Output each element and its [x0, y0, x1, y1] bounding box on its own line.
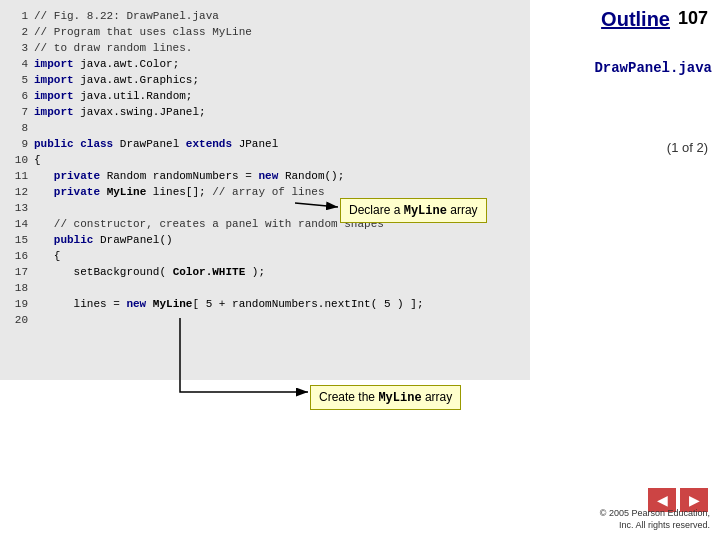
create-label: Create the — [319, 390, 378, 404]
callout-create: Create the MyLine array — [310, 385, 461, 410]
code-line-18: 18 — [10, 280, 520, 296]
declare-label: Declare a — [349, 203, 404, 217]
outline-title: Outline — [601, 8, 670, 31]
code-area: 1 // Fig. 8.22: DrawPanel.java 2 // Prog… — [0, 0, 530, 380]
create-suffix: array — [422, 390, 453, 404]
code-line-1: 1 // Fig. 8.22: DrawPanel.java — [10, 8, 520, 24]
callout-declare: Declare a MyLine array — [340, 198, 487, 223]
code-line-9: 9 public class DrawPanel extends JPanel — [10, 136, 520, 152]
copyright: © 2005 Pearson Education, Inc. All right… — [600, 507, 710, 532]
code-line-4: 4 import java.awt.Color; — [10, 56, 520, 72]
code-line-7: 7 import javax.swing.JPanel; — [10, 104, 520, 120]
code-line-10: 10 { — [10, 152, 520, 168]
code-line-15: 15 public DrawPanel() — [10, 232, 520, 248]
declare-suffix: array — [447, 203, 478, 217]
code-line-5: 5 import java.awt.Graphics; — [10, 72, 520, 88]
slide-container: 1 // Fig. 8.22: DrawPanel.java 2 // Prog… — [0, 0, 720, 540]
code-line-11: 11 private Random randomNumbers = new Ra… — [10, 168, 520, 184]
code-line-2: 2 // Program that uses class MyLine — [10, 24, 520, 40]
code-line-19: 19 lines = new MyLine[ 5 + randomNumbers… — [10, 296, 520, 312]
code-line-20: 20 — [10, 312, 520, 328]
declare-bold: MyLine — [404, 204, 447, 218]
page-number: 107 — [678, 8, 708, 29]
right-panel: 107 Outline DrawPanel.java (1 of 2) — [530, 0, 720, 540]
code-line-6: 6 import java.util.Random; — [10, 88, 520, 104]
code-line-8: 8 — [10, 120, 520, 136]
copyright-line1: © 2005 Pearson Education, — [600, 508, 710, 518]
filename: DrawPanel.java — [594, 60, 712, 76]
create-bold: MyLine — [378, 391, 421, 405]
code-line-16: 16 { — [10, 248, 520, 264]
page-indicator: (1 of 2) — [667, 140, 708, 155]
code-line-3: 3 // to draw random lines. — [10, 40, 520, 56]
copyright-line2: Inc. All rights reserved. — [619, 520, 710, 530]
code-line-17: 17 setBackground( Color.WHITE ); — [10, 264, 520, 280]
